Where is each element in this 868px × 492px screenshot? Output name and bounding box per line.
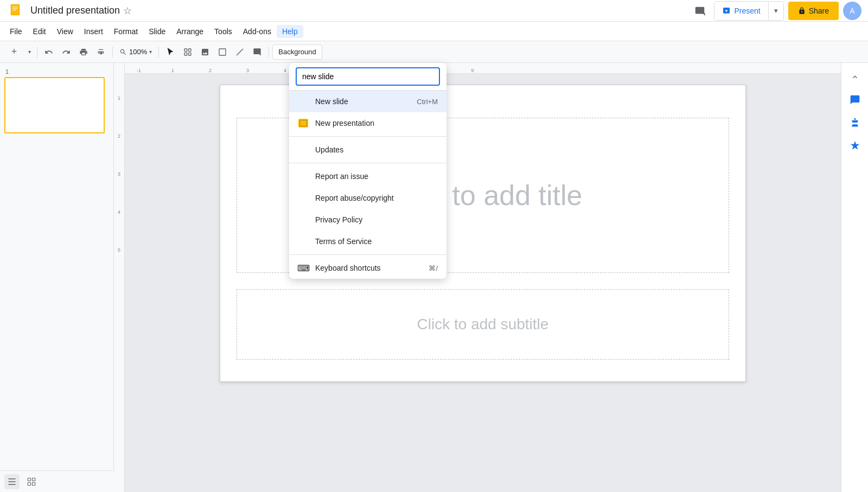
report-abuse-label: Report abuse/copyright — [315, 194, 438, 202]
svg-rect-3 — [12, 8, 18, 9]
title-bar: Untitled presentation ☆ Present ▾ Share … — [0, 0, 868, 22]
slide-subtitle-placeholder: Click to add subtitle — [237, 310, 729, 338]
comment-tool[interactable] — [249, 44, 265, 60]
svg-rect-13 — [8, 481, 16, 482]
terms-icon — [298, 236, 309, 247]
svg-rect-5 — [184, 49, 187, 52]
dropdown-separator-2 — [289, 163, 446, 163]
new-presentation-icon — [298, 118, 309, 129]
menu-file[interactable]: File — [4, 25, 28, 38]
menu-view[interactable]: View — [52, 25, 79, 38]
svg-rect-16 — [33, 478, 35, 481]
toolbar-separator-3 — [158, 47, 159, 57]
present-btn-group: Present ▾ — [714, 1, 783, 21]
select-tool[interactable] — [162, 44, 178, 60]
svg-rect-9 — [219, 49, 226, 55]
privacy-label: Privacy Policy — [315, 215, 438, 224]
canvas-area: Click to add title Click to add subtitle… — [125, 74, 841, 492]
sidebar-collapse-button[interactable] — [845, 67, 865, 87]
privacy-icon — [298, 214, 309, 225]
image-tool[interactable] — [197, 44, 213, 60]
toolbar-separator-2 — [112, 47, 113, 57]
avatar[interactable]: A — [843, 2, 861, 20]
slides-panel: 1 — [0, 63, 114, 492]
svg-rect-6 — [189, 49, 192, 52]
svg-rect-17 — [28, 482, 30, 485]
slide-subtitle-box[interactable]: Click to add subtitle — [237, 289, 729, 360]
report-abuse-item[interactable]: Report abuse/copyright — [289, 187, 446, 209]
line-tool[interactable] — [232, 44, 248, 60]
share-button[interactable]: Share — [788, 2, 839, 20]
help-dropdown: New slide Ctrl+M New presentation Update… — [289, 63, 446, 279]
sidebar-sparkle-button[interactable] — [845, 136, 865, 155]
paintformat-button[interactable] — [93, 44, 109, 60]
select-tool-2[interactable] — [180, 44, 196, 60]
dropdown-separator-3 — [289, 254, 446, 255]
zoom-dropdown: ▾ — [149, 49, 152, 55]
report-issue-label: Report an issue — [315, 172, 438, 181]
privacy-item[interactable]: Privacy Policy — [289, 209, 446, 231]
menu-bar: File Edit View Insert Format Slide Arran… — [0, 22, 868, 41]
svg-rect-4 — [12, 10, 16, 11]
comments-button[interactable] — [690, 1, 710, 21]
new-slide-label: New slide — [315, 97, 410, 106]
menu-edit[interactable]: Edit — [28, 25, 52, 38]
print-button[interactable] — [75, 44, 92, 60]
updates-item[interactable]: Updates — [289, 139, 446, 161]
shortcuts-item[interactable]: ⌨ Keyboard shortcuts ⌘/ — [289, 257, 446, 279]
app-icon — [7, 1, 26, 21]
new-presentation-item[interactable]: New presentation — [289, 112, 446, 134]
zoom-control[interactable]: 100% ▾ — [116, 47, 155, 57]
redo-button[interactable] — [58, 44, 74, 60]
add-dropdown[interactable]: ▾ — [25, 44, 34, 60]
menu-format[interactable]: Format — [108, 25, 143, 38]
toolbar-separator-1 — [37, 47, 37, 57]
canvas-row: 1 2 3 4 5 Click to add title Click to ad… — [114, 74, 841, 492]
background-button[interactable]: Background — [272, 44, 322, 60]
shortcuts-shortcut: ⌘/ — [429, 264, 438, 272]
updates-label: Updates — [315, 145, 438, 154]
bottom-bar — [0, 470, 114, 492]
svg-rect-18 — [33, 482, 35, 485]
report-issue-item[interactable]: Report an issue — [289, 165, 446, 187]
svg-rect-2 — [12, 7, 18, 8]
menu-help[interactable]: Help — [277, 25, 303, 38]
header-actions: Present ▾ Share A — [690, 1, 861, 21]
new-slide-shortcut: Ctrl+M — [417, 98, 438, 106]
terms-item[interactable]: Terms of Service — [289, 231, 446, 252]
list-view-button[interactable] — [4, 474, 20, 489]
present-dropdown-button[interactable]: ▾ — [768, 2, 783, 20]
svg-rect-8 — [189, 53, 192, 55]
ruler-vertical: 1 2 3 4 5 — [114, 74, 125, 492]
sidebar-chat-button[interactable] — [845, 90, 865, 110]
svg-point-11 — [854, 118, 856, 120]
updates-icon — [298, 144, 309, 155]
menu-addons[interactable]: Add-ons — [238, 25, 277, 38]
menu-arrange[interactable]: Arrange — [171, 25, 209, 38]
undo-button[interactable] — [41, 44, 57, 60]
help-search-input[interactable] — [296, 67, 440, 86]
grid-view-button[interactable] — [24, 474, 39, 489]
search-container — [289, 63, 446, 91]
toolbar-separator-4 — [269, 47, 269, 57]
svg-rect-14 — [8, 484, 16, 485]
star-icon[interactable]: ☆ — [123, 5, 132, 17]
new-slide-item[interactable]: New slide Ctrl+M — [289, 91, 446, 112]
shape-tool[interactable] — [214, 44, 231, 60]
sidebar-accessibility-button[interactable] — [845, 113, 865, 132]
report-abuse-icon — [298, 193, 309, 203]
report-issue-icon — [298, 171, 309, 182]
doc-title[interactable]: Untitled presentation — [30, 5, 120, 16]
slide-number-label: 1 — [4, 67, 109, 77]
shortcuts-label: Keyboard shortcuts — [315, 264, 422, 272]
canvas-wrapper: -1 1 2 3 4 5 6 7 8 9 1 2 3 4 5 — [114, 63, 841, 492]
ruler-horizontal: -1 1 2 3 4 5 6 7 8 9 — [114, 63, 841, 74]
slide-thumbnail-1[interactable] — [4, 77, 105, 133]
svg-rect-15 — [28, 478, 30, 481]
add-button[interactable]: + — [4, 44, 24, 60]
menu-slide[interactable]: Slide — [143, 25, 171, 38]
present-button[interactable]: Present — [714, 2, 768, 20]
menu-insert[interactable]: Insert — [79, 25, 108, 38]
menu-tools[interactable]: Tools — [209, 25, 238, 38]
keyboard-icon: ⌨ — [298, 263, 309, 273]
